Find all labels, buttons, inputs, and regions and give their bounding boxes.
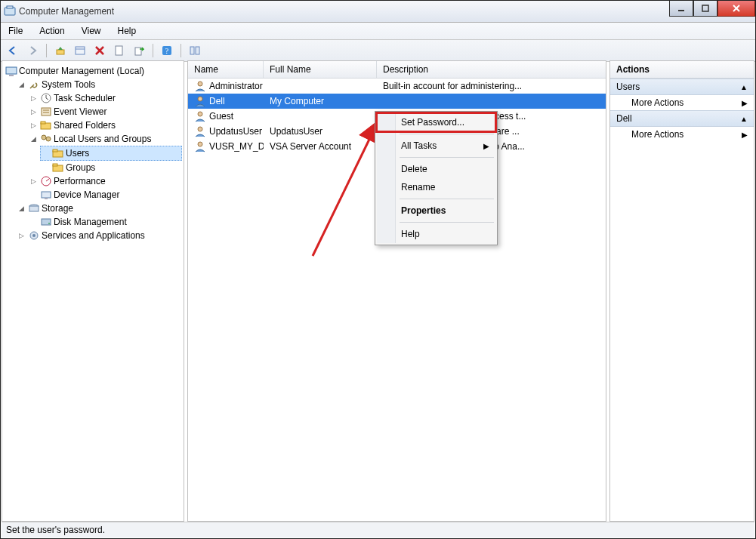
expand-icon[interactable]: ▷ [29,94,37,102]
tree-root[interactable]: Computer Management (Local) [4,64,182,78]
user-icon [194,80,206,92]
event-icon [40,106,52,118]
svg-rect-1 [7,6,13,8]
list-body[interactable]: Administrator Built-in account for admin… [188,79,606,521]
svg-rect-3 [702,5,708,11]
actions-header: Actions [610,61,754,79]
cm-separator [400,222,494,223]
cm-rename[interactable]: Rename [377,178,495,196]
cell-name: VUSR_MY_D... [209,141,264,152]
cm-set-password[interactable]: Set Password... [377,113,495,131]
window-title: Computer Management [19,6,114,17]
actions-item-label: More Actions [631,97,683,108]
window-buttons [669,1,755,16]
expand-icon[interactable]: ▷ [17,232,25,239]
list-row-selected[interactable]: Dell My Computer [188,94,606,109]
device-icon [40,189,52,201]
list-row[interactable]: Administrator Built-in account for admin… [188,79,606,94]
properties-button[interactable] [71,42,89,60]
tree-services-apps[interactable]: ▷Services and Applications [16,229,182,242]
cm-delete[interactable]: Delete [377,160,495,178]
tree-groups[interactable]: ▷Groups [40,161,182,174]
actions-section-dell[interactable]: Dell ▲ [610,110,754,127]
actions-pane: Actions Users ▲ More Actions ▶ Dell ▲ Mo… [609,60,754,522]
tree-users[interactable]: ▷Users [40,146,182,161]
export-button[interactable] [130,42,148,60]
titlebar: Computer Management [1,1,755,23]
close-button[interactable] [717,1,755,17]
tree-task-scheduler[interactable]: ▷Task Scheduler [28,91,182,105]
collapse-icon[interactable]: ◢ [17,205,25,212]
tree-label: Shared Folders [54,119,116,132]
menubar: File Action View Help [1,23,755,40]
cm-separator [400,134,494,134]
actions-more-dell[interactable]: More Actions ▶ [610,127,754,142]
maximize-button[interactable] [693,1,717,17]
svg-point-26 [46,137,51,141]
tree-performance[interactable]: ▷Performance [28,174,182,188]
view-button[interactable] [186,42,204,60]
cm-label: Set Password... [401,117,464,128]
cm-label: Delete [401,164,427,174]
cell-name: Administrator [209,81,263,91]
tree[interactable]: Computer Management (Local) ◢ System Too… [2,61,184,245]
svg-point-41 [198,97,202,101]
tree-device-manager[interactable]: ▷Device Manager [28,188,182,202]
cm-label: Help [401,229,420,239]
cm-properties[interactable]: Properties [377,202,495,220]
tree-label: Performance [54,174,106,188]
cell-fullname: My Computer [264,96,377,106]
menu-action[interactable]: Action [36,24,67,38]
forward-button[interactable] [23,42,42,60]
tree-label: Device Manager [54,188,119,202]
cell-name: Guest [209,111,233,122]
svg-point-44 [198,142,202,146]
app-icon [4,5,16,17]
expand-icon[interactable]: ▷ [29,177,37,185]
up-button[interactable] [51,42,69,60]
svg-rect-15 [190,47,194,54]
tree-disk-management[interactable]: ▷Disk Management [28,215,182,229]
expand-icon[interactable]: ▷ [29,122,37,129]
back-button[interactable] [4,42,22,60]
col-fullname[interactable]: Full Name [264,61,377,78]
new-button[interactable] [110,42,128,60]
submenu-arrow-icon: ▶ [742,99,748,107]
help-button[interactable]: ? [158,42,176,60]
cm-label: Rename [401,182,435,192]
svg-text:?: ? [165,47,169,55]
cm-all-tasks[interactable]: All Tasks▶ [377,137,495,155]
col-description[interactable]: Description [377,61,606,78]
actions-section-users[interactable]: Users ▲ [610,79,754,95]
svg-point-43 [198,127,202,131]
user-icon [194,110,206,122]
collapse-icon[interactable]: ◢ [29,135,37,143]
collapse-icon[interactable]: ◢ [17,81,25,88]
tree-storage[interactable]: ◢Storage [16,202,182,215]
tree-label: Computer Management (Local) [19,64,144,78]
menu-help[interactable]: Help [115,24,140,38]
actions-more-users[interactable]: More Actions ▶ [610,95,754,110]
tree-pane: Computer Management (Local) ◢ System Too… [2,60,184,522]
menu-view[interactable]: View [79,24,104,38]
tree-event-viewer[interactable]: ▷Event Viewer [28,105,182,119]
expand-icon[interactable]: ▷ [29,108,37,116]
menu-file[interactable]: File [5,24,26,38]
collapse-caret-icon: ▲ [740,83,748,91]
tree-shared-folders[interactable]: ▷Shared Folders [28,119,182,132]
svg-point-39 [32,234,35,237]
delete-button[interactable] [91,42,109,60]
tree-system-tools[interactable]: ◢ System Tools [16,78,182,91]
cm-separator [400,157,494,158]
minimize-button[interactable] [669,1,693,17]
tree-local-users-groups[interactable]: ◢Local Users and Groups [28,132,182,146]
svg-rect-24 [41,122,45,124]
col-name[interactable]: Name [188,61,264,78]
svg-point-42 [198,112,202,116]
submenu-arrow-icon: ▶ [483,142,489,150]
svg-rect-11 [116,46,122,55]
cm-help[interactable]: Help [377,225,495,243]
svg-rect-35 [29,206,39,211]
tree-label: Users [66,146,89,160]
tree-label: Task Scheduler [54,91,116,105]
